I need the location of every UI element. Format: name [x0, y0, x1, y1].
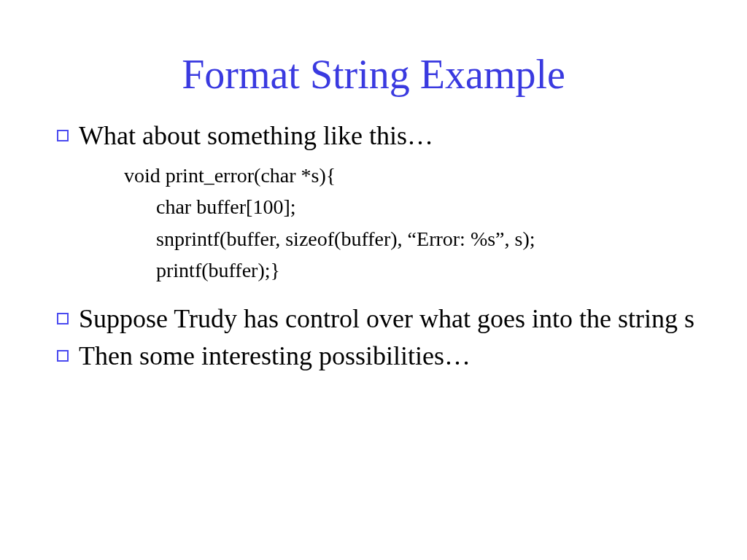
slide-title: Format String Example	[44, 51, 703, 98]
bullet-icon	[57, 313, 69, 324]
bullet-item: Then some interesting possibilities…	[57, 340, 703, 373]
bullet-item: What about something like this…	[57, 120, 703, 152]
code-block: void print_error(char *s){ char buffer[1…	[124, 160, 703, 287]
bullet-item: Suppose Trudy has control over what goes…	[57, 303, 703, 335]
bullet-text: Then some interesting possibilities…	[79, 340, 471, 373]
bullets-area: What about something like this… void pri…	[57, 120, 703, 373]
bullet-text: Suppose Trudy has control over what goes…	[79, 303, 694, 335]
slide: Format String Example What about somethi…	[0, 0, 747, 560]
bullet-icon	[57, 350, 69, 362]
code-identifier: s	[684, 304, 694, 333]
bullet-text: What about something like this…	[79, 120, 433, 152]
code-line: void print_error(char *s){	[124, 160, 703, 191]
code-line: printf(buffer);}	[124, 254, 703, 286]
bullet-text-part: Suppose Trudy has control over what goes…	[79, 304, 684, 333]
bullet-icon	[57, 130, 69, 141]
code-line: char buffer[100];	[124, 191, 703, 222]
code-line: snprintf(buffer, sizeof(buffer), “Error:…	[124, 223, 703, 254]
